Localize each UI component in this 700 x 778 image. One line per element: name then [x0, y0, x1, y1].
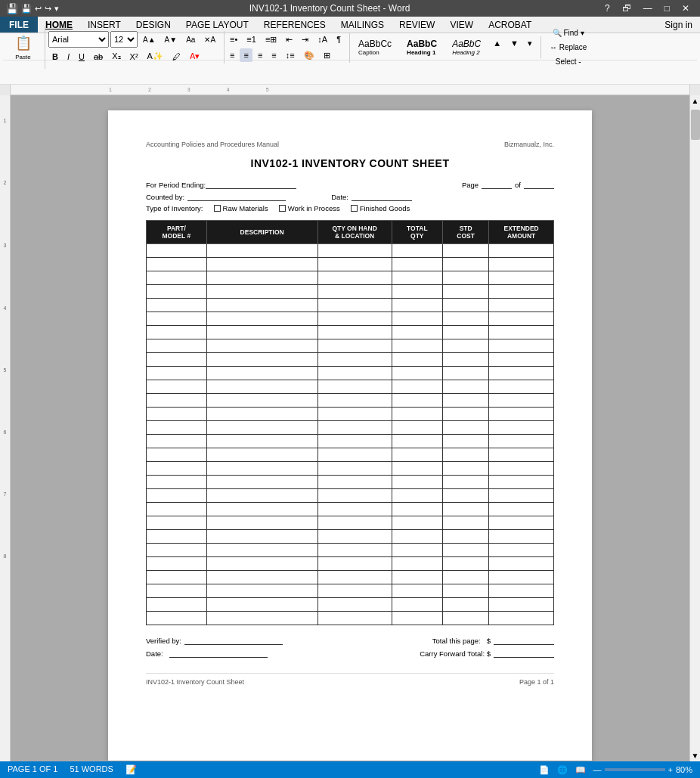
- table-cell[interactable]: [489, 339, 554, 353]
- change-case-button[interactable]: Aa: [182, 33, 199, 46]
- table-cell[interactable]: [489, 435, 554, 448]
- table-cell[interactable]: [317, 489, 392, 503]
- table-row[interactable]: [147, 258, 554, 271]
- table-cell[interactable]: [317, 462, 392, 476]
- table-row[interactable]: [147, 476, 554, 489]
- table-cell[interactable]: [489, 557, 554, 571]
- scroll-thumb[interactable]: [691, 110, 700, 140]
- table-cell[interactable]: [392, 394, 442, 408]
- table-cell[interactable]: [392, 326, 442, 339]
- table-cell[interactable]: [206, 435, 317, 448]
- superscript-button[interactable]: X²: [126, 50, 142, 64]
- style-heading1[interactable]: AaBbC Heading 1: [400, 36, 444, 58]
- table-cell[interactable]: [317, 394, 392, 408]
- table-cell[interactable]: [443, 271, 489, 285]
- table-cell[interactable]: [147, 367, 207, 380]
- table-cell[interactable]: [489, 408, 554, 421]
- table-cell[interactable]: [317, 530, 392, 544]
- carry-forward-amount[interactable]: [494, 649, 554, 658]
- table-cell[interactable]: [443, 380, 489, 394]
- table-row[interactable]: [147, 244, 554, 258]
- menu-design[interactable]: DESIGN: [129, 17, 178, 33]
- table-cell[interactable]: [392, 530, 442, 544]
- table-cell[interactable]: [443, 312, 489, 326]
- table-cell[interactable]: [392, 544, 442, 557]
- table-cell[interactable]: [489, 489, 554, 503]
- table-row[interactable]: [147, 408, 554, 421]
- sort-button[interactable]: ↕A: [314, 33, 331, 46]
- table-row[interactable]: [147, 598, 554, 612]
- table-cell[interactable]: [147, 326, 207, 339]
- table-row[interactable]: [147, 271, 554, 285]
- table-cell[interactable]: [317, 271, 392, 285]
- table-cell[interactable]: [317, 516, 392, 530]
- finished-goods-option[interactable]: Finished Goods: [351, 204, 410, 212]
- grow-font-button[interactable]: A▲: [139, 33, 160, 46]
- table-cell[interactable]: [392, 448, 442, 462]
- font-color-button[interactable]: A▾: [186, 49, 203, 64]
- underline-button[interactable]: U: [75, 50, 88, 64]
- table-cell[interactable]: [443, 516, 489, 530]
- restore-button[interactable]: 🗗: [618, 3, 636, 14]
- zoom-slider[interactable]: [605, 768, 665, 771]
- font-name-select[interactable]: Arial: [48, 31, 109, 48]
- table-cell[interactable]: [317, 612, 392, 625]
- table-cell[interactable]: [206, 367, 317, 380]
- highlight-button[interactable]: 🖊: [169, 50, 184, 64]
- table-cell[interactable]: [489, 530, 554, 544]
- view-print-button[interactable]: 📄: [539, 765, 550, 775]
- table-cell[interactable]: [443, 557, 489, 571]
- table-row[interactable]: [147, 584, 554, 598]
- view-web-button[interactable]: 🌐: [557, 765, 568, 775]
- table-cell[interactable]: [206, 285, 317, 299]
- scroll-bar[interactable]: ▲ ▼: [689, 95, 700, 761]
- text-effect-button[interactable]: A✨: [144, 49, 167, 64]
- shading-button[interactable]: 🎨: [300, 48, 318, 63]
- style-heading2[interactable]: AaBbC Heading 2: [445, 36, 488, 58]
- table-cell[interactable]: [392, 380, 442, 394]
- table-cell[interactable]: [443, 244, 489, 258]
- styles-scroll-up[interactable]: ▲: [489, 36, 505, 58]
- table-cell[interactable]: [392, 584, 442, 598]
- close-button[interactable]: ✕: [677, 3, 694, 14]
- counted-by-field[interactable]: [187, 192, 286, 201]
- table-row[interactable]: [147, 557, 554, 571]
- table-cell[interactable]: [317, 299, 392, 312]
- minimize-button[interactable]: —: [639, 3, 657, 14]
- table-cell[interactable]: [206, 571, 317, 584]
- clear-format-button[interactable]: ✕A: [200, 33, 219, 46]
- table-row[interactable]: [147, 489, 554, 503]
- table-cell[interactable]: [392, 435, 442, 448]
- table-cell[interactable]: [147, 503, 207, 516]
- menu-review[interactable]: REVIEW: [392, 17, 442, 33]
- table-cell[interactable]: [147, 271, 207, 285]
- table-cell[interactable]: [206, 244, 317, 258]
- table-cell[interactable]: [443, 299, 489, 312]
- table-cell[interactable]: [489, 421, 554, 435]
- table-cell[interactable]: [392, 489, 442, 503]
- table-cell[interactable]: [147, 312, 207, 326]
- table-cell[interactable]: [206, 584, 317, 598]
- line-spacing-button[interactable]: ↕≡: [282, 48, 299, 62]
- table-cell[interactable]: [392, 271, 442, 285]
- table-cell[interactable]: [206, 612, 317, 625]
- date-field[interactable]: [352, 192, 412, 201]
- table-cell[interactable]: [489, 612, 554, 625]
- table-cell[interactable]: [443, 394, 489, 408]
- table-cell[interactable]: [392, 408, 442, 421]
- table-cell[interactable]: [489, 516, 554, 530]
- table-cell[interactable]: [489, 544, 554, 557]
- table-cell[interactable]: [489, 244, 554, 258]
- menu-insert[interactable]: INSERT: [80, 17, 129, 33]
- table-row[interactable]: [147, 448, 554, 462]
- table-row[interactable]: [147, 530, 554, 544]
- table-row[interactable]: [147, 339, 554, 353]
- table-cell[interactable]: [392, 598, 442, 612]
- table-cell[interactable]: [317, 367, 392, 380]
- font-size-select[interactable]: 12: [110, 31, 138, 48]
- finished-goods-checkbox[interactable]: [351, 205, 358, 212]
- table-cell[interactable]: [392, 557, 442, 571]
- table-row[interactable]: [147, 285, 554, 299]
- align-left-button[interactable]: ≡: [226, 48, 238, 62]
- table-cell[interactable]: [206, 516, 317, 530]
